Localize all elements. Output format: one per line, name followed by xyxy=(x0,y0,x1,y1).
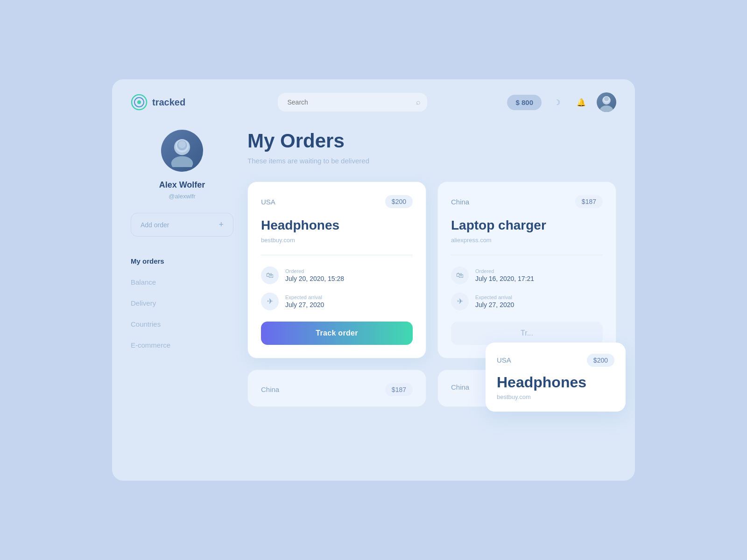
track-order-button-1[interactable]: Track order xyxy=(261,322,413,345)
card-divider-1 xyxy=(261,255,413,255)
notifications-button[interactable]: 🔔 xyxy=(572,93,590,111)
theme-toggle-button[interactable]: ☽ xyxy=(548,93,566,111)
floating-card-header: USA $200 xyxy=(497,354,614,367)
profile-handle: @alexwlfr xyxy=(169,193,195,200)
sidebar-item-balance[interactable]: Balance xyxy=(131,276,233,288)
content: My Orders These items are waiting to be … xyxy=(247,125,616,462)
order-date-row-2: 🛍 Ordered July 16, 2020, 17:21 xyxy=(451,266,603,284)
order-date-text-1: Ordered July 20, 2020, 15:28 xyxy=(285,268,344,282)
shopping-bag-icon-1: 🛍 xyxy=(261,266,279,284)
search-bar: ⌕ xyxy=(278,93,427,112)
arrival-text-2: Expected arrival July 27, 2020 xyxy=(475,294,514,308)
user-avatar-button[interactable] xyxy=(597,92,616,112)
card-product-name-2: Laptop charger xyxy=(451,218,603,233)
arrival-date-2: July 27, 2020 xyxy=(475,301,514,308)
main-layout: Alex Wolfer @alexwlfr Add order + My ord… xyxy=(112,125,635,481)
card-country-3: China xyxy=(261,385,279,393)
card-divider-2 xyxy=(451,255,603,255)
arrival-date-1: July 27, 2020 xyxy=(285,301,324,308)
page-title: My Orders xyxy=(247,130,616,152)
arrival-text-1: Expected arrival July 27, 2020 xyxy=(285,294,324,308)
arrival-row-1: ✈ Expected arrival July 27, 2020 xyxy=(261,293,413,310)
sidebar-item-countries[interactable]: Countries xyxy=(131,318,233,330)
ordered-label-2: Ordered xyxy=(475,268,534,274)
card-country-1: USA xyxy=(261,198,275,206)
order-card-2: China $187 Laptop charger aliexpress.com… xyxy=(437,182,616,358)
bell-icon: 🔔 xyxy=(577,98,586,107)
arrival-row-2: ✈ Expected arrival July 27, 2020 xyxy=(451,293,603,310)
balance-badge: $ 800 xyxy=(507,95,542,110)
header-right: $ 800 ☽ 🔔 xyxy=(507,92,616,112)
card-country-2: China xyxy=(451,198,469,206)
floating-card-product-name: Headphones xyxy=(497,374,614,391)
page-subtitle: These items are waiting to be delivered xyxy=(247,157,616,165)
order-card-3: China $187 xyxy=(247,370,426,407)
svg-point-4 xyxy=(600,105,613,112)
floating-card-price: $200 xyxy=(587,354,614,367)
card-source-2: aliexpress.com xyxy=(451,237,603,244)
sidebar: Alex Wolfer @alexwlfr Add order + My ord… xyxy=(131,125,233,462)
sidebar-item-my-orders[interactable]: My orders xyxy=(131,255,233,267)
ordered-date-1: July 20, 2020, 15:28 xyxy=(285,275,344,282)
card-info-1: 🛍 Ordered July 20, 2020, 15:28 ✈ Expecte… xyxy=(261,266,413,310)
ordered-label-1: Ordered xyxy=(285,268,344,274)
card-info-2: 🛍 Ordered July 16, 2020, 17:21 ✈ Expecte… xyxy=(451,266,603,310)
svg-point-8 xyxy=(171,156,193,167)
card-price-1: $200 xyxy=(385,195,413,208)
floating-order-card: USA $200 Headphones bestbuy.com xyxy=(486,343,626,412)
order-date-text-2: Ordered July 16, 2020, 17:21 xyxy=(475,268,534,282)
svg-point-2 xyxy=(137,100,141,104)
svg-point-11 xyxy=(178,141,186,148)
logo-text: tracked xyxy=(152,97,185,108)
app-container: tracked ⌕ $ 800 ☽ 🔔 xyxy=(112,79,635,481)
plane-icon-1: ✈ xyxy=(261,293,279,310)
profile-avatar-image xyxy=(166,134,198,167)
floating-card-source: bestbuy.com xyxy=(497,393,614,400)
profile-avatar xyxy=(161,130,203,172)
card-price-2: $187 xyxy=(575,195,603,208)
arrival-label-1: Expected arrival xyxy=(285,294,324,300)
sidebar-item-ecommerce[interactable]: E-commerce xyxy=(131,339,233,351)
card-country-4: China xyxy=(451,383,469,391)
search-icon: ⌕ xyxy=(416,98,421,106)
svg-point-6 xyxy=(604,97,609,101)
add-order-label: Add order xyxy=(141,221,169,229)
logo-icon xyxy=(131,94,148,111)
search-input[interactable] xyxy=(278,93,427,112)
header: tracked ⌕ $ 800 ☽ 🔔 xyxy=(112,79,635,125)
add-order-button[interactable]: Add order + xyxy=(131,213,233,237)
shopping-bag-icon-2: 🛍 xyxy=(451,266,469,284)
order-card-1: USA $200 Headphones bestbuy.com 🛍 Ordere… xyxy=(247,182,426,358)
card-price-3: $187 xyxy=(385,383,413,396)
track-order-button-2[interactable]: Tr... xyxy=(451,322,603,345)
balance-amount: $ 800 xyxy=(515,98,533,106)
logo-area: tracked xyxy=(131,94,233,111)
plane-icon-2: ✈ xyxy=(451,293,469,310)
order-date-row-1: 🛍 Ordered July 20, 2020, 15:28 xyxy=(261,266,413,284)
card-header-1: USA $200 xyxy=(261,195,413,208)
avatar-image xyxy=(597,92,616,112)
ordered-date-2: July 16, 2020, 17:21 xyxy=(475,275,534,282)
card-product-name-1: Headphones xyxy=(261,218,413,233)
arrival-label-2: Expected arrival xyxy=(475,294,514,300)
sidebar-item-delivery[interactable]: Delivery xyxy=(131,297,233,309)
card-source-1: bestbuy.com xyxy=(261,237,413,244)
orders-grid: USA $200 Headphones bestbuy.com 🛍 Ordere… xyxy=(247,182,616,407)
card-header-3: China $187 xyxy=(261,383,413,396)
floating-card-country: USA xyxy=(497,356,511,364)
nav-menu: My orders Balance Delivery Countries E-c… xyxy=(131,255,233,351)
moon-icon: ☽ xyxy=(554,98,560,107)
card-header-2: China $187 xyxy=(451,195,603,208)
plus-icon: + xyxy=(218,220,224,230)
profile-name: Alex Wolfer xyxy=(159,180,205,190)
